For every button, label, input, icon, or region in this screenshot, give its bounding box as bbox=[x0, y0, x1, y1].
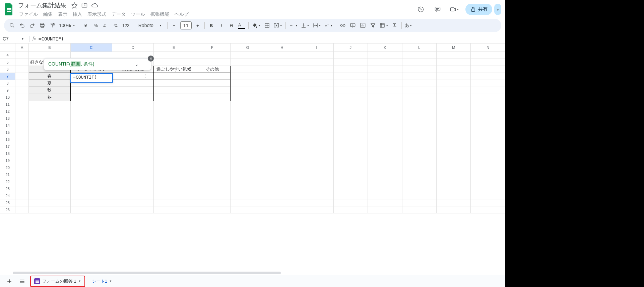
cell[interactable] bbox=[333, 122, 368, 129]
cell[interactable] bbox=[154, 185, 194, 192]
cell[interactable] bbox=[70, 185, 112, 192]
cell[interactable] bbox=[15, 122, 29, 129]
cell[interactable] bbox=[154, 122, 194, 129]
cell[interactable] bbox=[194, 122, 230, 129]
cell[interactable] bbox=[471, 192, 505, 199]
cell[interactable] bbox=[154, 171, 194, 178]
cell[interactable] bbox=[265, 178, 299, 185]
col-header[interactable]: L bbox=[402, 43, 436, 52]
row-header[interactable]: 8 bbox=[0, 80, 15, 87]
cell[interactable] bbox=[368, 115, 402, 122]
cell[interactable] bbox=[70, 115, 112, 122]
row-header[interactable]: 25 bbox=[0, 199, 15, 206]
decrease-font-button[interactable]: − bbox=[170, 21, 179, 30]
cell[interactable] bbox=[231, 178, 265, 185]
cell[interactable] bbox=[265, 185, 299, 192]
cell[interactable] bbox=[471, 199, 505, 206]
cell[interactable] bbox=[333, 150, 368, 157]
cell[interactable] bbox=[231, 136, 265, 143]
cell[interactable] bbox=[333, 171, 368, 178]
cell[interactable] bbox=[437, 94, 471, 101]
cell[interactable] bbox=[471, 73, 505, 80]
cell[interactable] bbox=[368, 87, 402, 94]
cell[interactable] bbox=[15, 80, 29, 87]
chevron-down-icon[interactable]: ⌄ bbox=[135, 62, 139, 67]
col-header[interactable]: C bbox=[70, 43, 112, 52]
col-header[interactable]: A bbox=[15, 43, 29, 52]
cell[interactable] bbox=[437, 108, 471, 115]
cell[interactable] bbox=[112, 129, 153, 136]
cell[interactable] bbox=[265, 115, 299, 122]
cell[interactable] bbox=[471, 94, 505, 101]
cell[interactable] bbox=[402, 52, 436, 59]
cell[interactable] bbox=[112, 192, 153, 199]
cell[interactable] bbox=[70, 178, 112, 185]
row-header[interactable]: 19 bbox=[0, 157, 15, 164]
cell[interactable] bbox=[231, 143, 265, 150]
cell[interactable] bbox=[231, 101, 265, 108]
cell[interactable] bbox=[231, 94, 265, 101]
meet-icon[interactable]: ▼ bbox=[449, 4, 460, 15]
col-header[interactable]: D bbox=[112, 43, 153, 52]
menu-file[interactable]: ファイル bbox=[17, 11, 40, 18]
cell[interactable] bbox=[265, 192, 299, 199]
col-header[interactable]: N bbox=[471, 43, 505, 52]
name-box[interactable]: C7▼ bbox=[3, 36, 27, 41]
cell[interactable] bbox=[368, 80, 402, 87]
cell[interactable] bbox=[437, 171, 471, 178]
cell[interactable] bbox=[15, 136, 29, 143]
cell[interactable] bbox=[333, 164, 368, 171]
cell[interactable] bbox=[471, 129, 505, 136]
cell[interactable] bbox=[265, 122, 299, 129]
cell[interactable] bbox=[70, 122, 112, 129]
cell[interactable] bbox=[437, 80, 471, 87]
cell[interactable] bbox=[15, 206, 29, 213]
cell[interactable] bbox=[402, 101, 436, 108]
move-icon[interactable] bbox=[81, 2, 88, 9]
cell[interactable] bbox=[265, 66, 299, 73]
cell[interactable] bbox=[471, 52, 505, 59]
cell[interactable] bbox=[70, 80, 112, 87]
cell[interactable] bbox=[194, 129, 230, 136]
cell[interactable] bbox=[70, 101, 112, 108]
cell[interactable] bbox=[333, 80, 368, 87]
cell[interactable] bbox=[154, 108, 194, 115]
cell[interactable] bbox=[15, 150, 29, 157]
cell[interactable] bbox=[231, 66, 265, 73]
cell[interactable] bbox=[15, 87, 29, 94]
cell[interactable] bbox=[15, 59, 29, 66]
rotate-button[interactable]: A▼ bbox=[323, 21, 334, 30]
cell[interactable] bbox=[15, 115, 29, 122]
cell[interactable] bbox=[333, 94, 368, 101]
cell[interactable] bbox=[29, 206, 70, 213]
cell[interactable]: 夏 bbox=[29, 80, 70, 87]
cell[interactable] bbox=[299, 150, 333, 157]
menu-edit[interactable]: 編集 bbox=[41, 11, 55, 18]
cell[interactable] bbox=[231, 122, 265, 129]
cell[interactable] bbox=[194, 52, 230, 59]
cell[interactable] bbox=[29, 199, 70, 206]
cell[interactable] bbox=[231, 129, 265, 136]
cell[interactable] bbox=[368, 143, 402, 150]
cell[interactable] bbox=[333, 157, 368, 164]
cell[interactable] bbox=[29, 108, 70, 115]
v-align-button[interactable]: ▼ bbox=[300, 21, 311, 30]
cell[interactable] bbox=[29, 192, 70, 199]
cell[interactable] bbox=[70, 108, 112, 115]
cell[interactable] bbox=[368, 108, 402, 115]
row-header[interactable]: 11 bbox=[0, 101, 15, 108]
cell[interactable]: その他 bbox=[194, 66, 230, 73]
row-header[interactable]: 5 bbox=[0, 59, 15, 66]
cell[interactable] bbox=[299, 108, 333, 115]
cell[interactable] bbox=[154, 73, 194, 80]
cell[interactable] bbox=[299, 94, 333, 101]
cell[interactable] bbox=[15, 143, 29, 150]
cell[interactable] bbox=[15, 52, 29, 59]
cell[interactable] bbox=[437, 122, 471, 129]
cell[interactable] bbox=[471, 143, 505, 150]
cell[interactable] bbox=[299, 171, 333, 178]
cell[interactable] bbox=[70, 150, 112, 157]
cell[interactable] bbox=[299, 115, 333, 122]
cell[interactable] bbox=[437, 136, 471, 143]
cell[interactable] bbox=[194, 94, 230, 101]
